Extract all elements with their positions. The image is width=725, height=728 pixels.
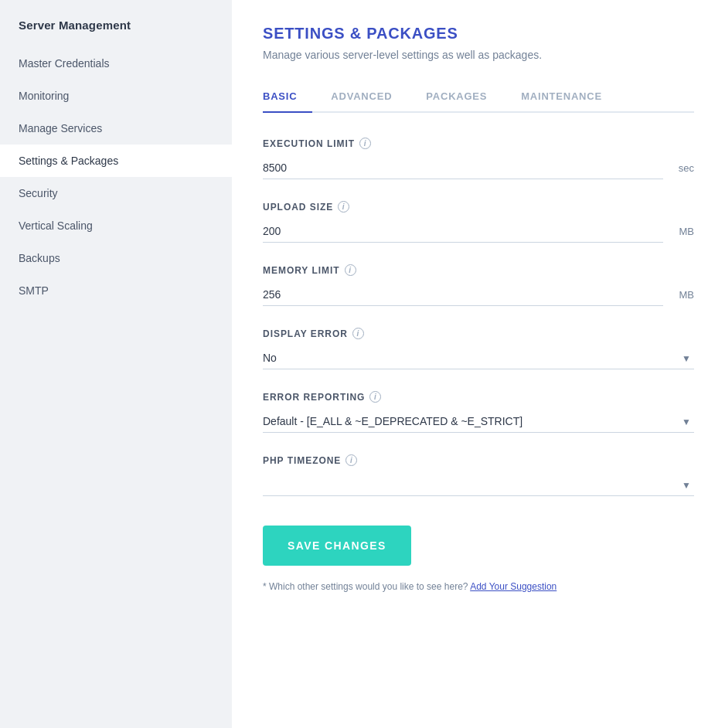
upload-size-group: UPLOAD SIZE i MB (263, 201, 694, 243)
main-content: SETTINGS & PACKAGES Manage various serve… (232, 0, 725, 728)
memory-limit-info-icon[interactable]: i (345, 264, 356, 276)
error-reporting-label: ERROR REPORTING i (263, 391, 694, 403)
display-error-label: DISPLAY ERROR i (263, 328, 694, 339)
error-reporting-info-icon[interactable]: i (369, 391, 381, 403)
sidebar-title: Server Management (0, 19, 232, 47)
execution-limit-row: sec (263, 157, 694, 179)
sidebar-item-master-credentials[interactable]: Master Credentials (0, 47, 232, 80)
footer-note: * Which other settings would you like to… (263, 581, 694, 592)
upload-size-info-icon[interactable]: i (338, 201, 349, 213)
memory-limit-group: MEMORY LIMIT i MB (263, 264, 694, 306)
page-title: SETTINGS & PACKAGES (263, 25, 694, 43)
execution-limit-unit: sec (671, 162, 694, 174)
tabs-bar: BASIC ADVANCED PACKAGES MAINTENANCE (263, 83, 694, 113)
sidebar-item-label: SMTP (19, 284, 49, 297)
execution-limit-info-icon[interactable]: i (359, 138, 371, 149)
upload-size-unit: MB (671, 226, 694, 237)
sidebar-item-label: Monitoring (19, 90, 69, 102)
sidebar: Server Management Master Credentials Mon… (0, 0, 232, 728)
display-error-info-icon[interactable]: i (352, 328, 364, 339)
sidebar-item-security[interactable]: Security (0, 177, 232, 209)
sidebar-item-backups[interactable]: Backups (0, 242, 232, 274)
memory-limit-unit: MB (671, 289, 694, 301)
upload-size-input[interactable] (263, 220, 663, 243)
error-reporting-group: ERROR REPORTING i Default - [E_ALL & ~E_… (263, 391, 694, 433)
sidebar-item-smtp[interactable]: SMTP (0, 274, 232, 307)
php-timezone-group: PHP TIMEZONE i UTC America/New_York Euro… (263, 454, 694, 496)
display-error-select-wrapper: No Yes ▼ (263, 347, 694, 369)
sidebar-item-vertical-scaling[interactable]: Vertical Scaling (0, 209, 232, 242)
memory-limit-label: MEMORY LIMIT i (263, 264, 694, 276)
execution-limit-group: EXECUTION LIMIT i sec (263, 138, 694, 179)
upload-size-label: UPLOAD SIZE i (263, 201, 694, 213)
tab-maintenance[interactable]: MAINTENANCE (521, 83, 618, 113)
tab-basic[interactable]: BASIC (263, 83, 312, 113)
sidebar-item-label: Security (19, 187, 58, 199)
footer-suggestion-link[interactable]: Add Your Suggestion (470, 581, 557, 592)
tab-packages[interactable]: PACKAGES (426, 83, 502, 113)
display-error-select[interactable]: No Yes (263, 347, 694, 369)
php-timezone-label: PHP TIMEZONE i (263, 454, 694, 466)
php-timezone-info-icon[interactable]: i (345, 454, 357, 466)
display-error-group: DISPLAY ERROR i No Yes ▼ (263, 328, 694, 369)
page-subtitle: Manage various server-level settings as … (263, 49, 694, 61)
sidebar-item-monitoring[interactable]: Monitoring (0, 80, 232, 112)
error-reporting-select[interactable]: Default - [E_ALL & ~E_DEPRECATED & ~E_ST… (263, 410, 694, 433)
sidebar-item-label: Vertical Scaling (19, 219, 93, 232)
sidebar-item-label: Settings & Packages (19, 155, 118, 167)
memory-limit-row: MB (263, 284, 694, 306)
memory-limit-input[interactable] (263, 284, 663, 306)
save-changes-button[interactable]: SAVE CHANGES (263, 526, 411, 566)
sidebar-item-settings-packages[interactable]: Settings & Packages (0, 145, 232, 177)
upload-size-row: MB (263, 220, 694, 243)
php-timezone-select-wrapper: UTC America/New_York Europe/London Asia/… (263, 474, 694, 496)
execution-limit-label: EXECUTION LIMIT i (263, 138, 694, 149)
sidebar-item-label: Master Credentials (19, 57, 110, 70)
error-reporting-select-wrapper: Default - [E_ALL & ~E_DEPRECATED & ~E_ST… (263, 410, 694, 433)
php-timezone-select[interactable]: UTC America/New_York Europe/London Asia/… (263, 474, 694, 496)
sidebar-item-label: Backups (19, 252, 60, 264)
tab-advanced[interactable]: ADVANCED (331, 83, 407, 113)
sidebar-item-manage-services[interactable]: Manage Services (0, 112, 232, 145)
execution-limit-input[interactable] (263, 157, 663, 179)
sidebar-item-label: Manage Services (19, 122, 102, 134)
